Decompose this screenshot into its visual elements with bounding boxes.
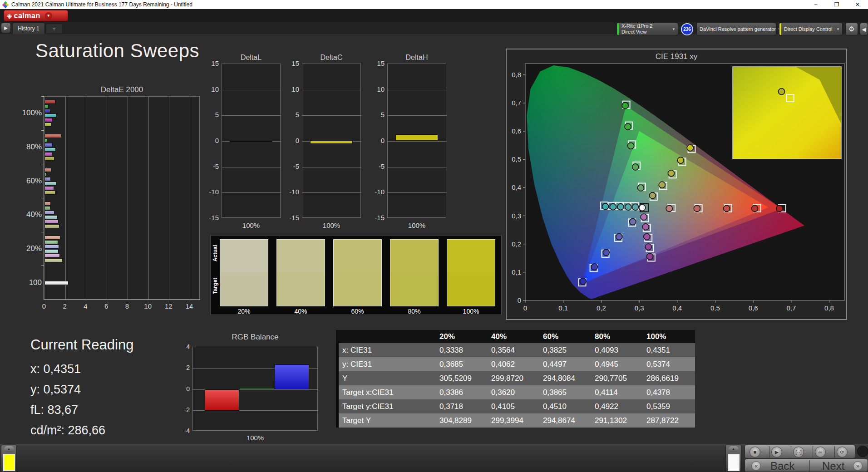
tab-scroll-button[interactable]: ▶: [1, 23, 11, 33]
gridline: [222, 167, 281, 167]
marker-button[interactable]: [··]: [793, 447, 804, 457]
calman-menu-button[interactable]: ◈ calman ▼: [4, 10, 68, 21]
svg-text:0,6: 0,6: [749, 304, 758, 312]
value-cell: 290,7705: [590, 374, 642, 383]
y-tick-label: 5: [371, 111, 385, 118]
y-tick-label: 0: [205, 137, 219, 144]
transport-strip: ■▶[··]∞⟳: [745, 445, 855, 458]
value-cell: 0,4114: [590, 388, 642, 397]
display-control-dropdown[interactable]: Direct Display Control ▼: [779, 23, 843, 35]
gridline: [302, 90, 361, 90]
y-tick-label: 0: [286, 137, 299, 144]
divider: [769, 446, 769, 458]
y-tick-label: -15: [371, 214, 385, 221]
y-tick-label: -15: [205, 214, 219, 221]
rgb-bar-red: [205, 389, 239, 411]
row-label: Target x:CIE31: [339, 388, 435, 397]
value-cell: 0,4497: [538, 360, 590, 369]
value-cell: 294,8674: [538, 416, 590, 425]
target-swatch: [276, 273, 325, 306]
svg-text:0,3: 0,3: [512, 212, 521, 220]
svg-text:0,1: 0,1: [512, 268, 521, 276]
table-header-row: 20%40%60%80%100%: [336, 330, 695, 343]
gridline: [302, 167, 361, 167]
value-cell: 0,5359: [642, 402, 694, 411]
value-cell: 0,4945: [590, 360, 642, 369]
settings-gear-button[interactable]: ⚙: [845, 23, 858, 35]
gridline: [128, 97, 128, 300]
transport-preview-swatch: [728, 454, 740, 471]
y-tick-label: -15: [286, 214, 299, 221]
expand-up-button[interactable]: ▲: [4, 446, 14, 452]
deltae-bar: [44, 224, 59, 228]
back-button[interactable]: Back: [770, 459, 794, 472]
meter-dropdown[interactable]: X-Rite i1Pro 2Direct View ▼: [616, 23, 678, 35]
row-label: y: CIE31: [339, 360, 435, 369]
svg-text:0,1: 0,1: [558, 304, 568, 312]
gridline: [222, 115, 281, 116]
svg-text:0,2: 0,2: [512, 240, 521, 248]
header-cell: 40%: [487, 332, 538, 341]
svg-text:0,4: 0,4: [672, 304, 682, 312]
svg-text:0: 0: [523, 304, 527, 312]
add-tab-button[interactable]: +: [45, 24, 63, 34]
swatch-percent-label: 40%: [276, 308, 325, 315]
x-tick-label: 12: [163, 302, 174, 310]
loop-button[interactable]: ∞: [815, 447, 826, 457]
y-axis: [44, 96, 44, 300]
value-cell: 299,3994: [487, 416, 538, 425]
actual-swatch: [276, 239, 325, 273]
gridline: [388, 167, 447, 167]
rgb-bar-blue: [275, 364, 309, 389]
target-swatch: [220, 273, 268, 306]
gridline: [65, 97, 66, 300]
row-label: Target y:CIE31: [339, 402, 435, 411]
value-cell: 0,4105: [487, 402, 538, 411]
deltae-bar: [44, 138, 47, 143]
play-button[interactable]: ▶: [771, 447, 782, 457]
y-tick-label: 2: [177, 364, 190, 371]
deltae-bar: [44, 191, 55, 195]
gridline: [169, 97, 169, 300]
deltae-chart-title: DeltaE 2000: [44, 85, 200, 94]
pattern-generator-dropdown[interactable]: DaVinci Resolve pattern generator ▼: [696, 23, 776, 35]
measurement-table: 20%40%60%80%100%x: CIE310,33380,35640,38…: [336, 330, 695, 428]
delta_h-chart: [387, 64, 446, 218]
restore-button[interactable]: ❐: [826, 0, 847, 9]
refresh-button[interactable]: ⟳: [837, 447, 848, 457]
app-logo-icon: [3, 2, 9, 8]
close-button[interactable]: ✕: [847, 0, 868, 9]
next-arrow-icon[interactable]: »: [853, 461, 863, 471]
deltae-bar: [44, 113, 56, 118]
row-label: x: CIE31: [339, 346, 435, 355]
expand-up-button[interactable]: ▲: [729, 446, 739, 452]
target-swatch: [447, 273, 495, 306]
header-cell: 60%: [538, 332, 590, 341]
back-arrow-icon[interactable]: «: [751, 461, 761, 471]
table-row: Target x:CIE310,33860,36200,38650,41140,…: [336, 385, 695, 399]
group-label: 40%: [9, 210, 42, 219]
stop-button[interactable]: ■: [750, 447, 760, 457]
app-header: ◈ calman ▼: [0, 9, 868, 22]
cie-1931-diagram: 00,10,20,30,40,50,60,70,800,10,20,30,40,…: [507, 49, 848, 321]
deltae-bar: [44, 236, 60, 240]
y-tick-label: -10: [205, 188, 219, 196]
minimize-button[interactable]: –: [805, 0, 826, 9]
deltae-bar: [44, 100, 55, 104]
tab-bar: ▶ History 1 + X-Rite i1Pro 2Direct View …: [0, 22, 868, 34]
current-reading-title: Current Reading: [30, 337, 133, 353]
active-pattern-swatch: [3, 454, 15, 471]
group-label: 80%: [9, 143, 42, 152]
target-row-label: Target: [212, 272, 218, 300]
rgb-balance-title: RGB Balance: [192, 333, 318, 342]
y-tick-label: 0: [177, 385, 190, 393]
next-button[interactable]: Next: [822, 459, 844, 472]
reading-1: y: 0,5374: [30, 383, 81, 397]
value-cell: 0,4093: [590, 346, 642, 355]
meter-count-badge[interactable]: 236: [681, 23, 693, 35]
tab-history-1[interactable]: History 1: [12, 23, 45, 34]
value-cell: 287,8722: [642, 416, 694, 425]
collapse-toolbar-button[interactable]: ◄: [860, 23, 868, 35]
swatch-percent-label: 100%: [447, 308, 495, 315]
target-swatch: [390, 273, 439, 306]
